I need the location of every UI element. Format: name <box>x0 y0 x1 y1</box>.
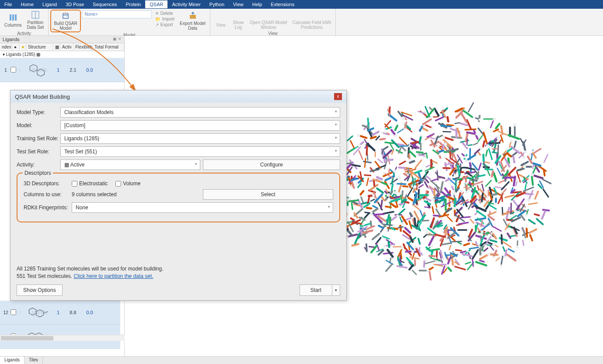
svg-line-316 <box>432 207 434 213</box>
svg-point-779 <box>504 256 506 259</box>
open-qsar-window-button[interactable]: Open QSAR Model Window <box>247 10 290 31</box>
start-dropdown[interactable]: ▾ <box>332 284 340 296</box>
menu-extensions[interactable]: Extensions <box>266 0 299 8</box>
col-flexibility[interactable]: Flexibility <box>73 43 93 51</box>
test-set-select[interactable]: Test Set (551) <box>60 146 340 157</box>
tab-tiles[interactable]: Tiles <box>24 357 43 364</box>
svg-point-51 <box>500 264 502 267</box>
menu-file[interactable]: File <box>0 0 17 8</box>
svg-point-44 <box>389 104 391 107</box>
show-log-button[interactable]: Show Log <box>230 10 247 31</box>
svg-point-8 <box>65 12 66 13</box>
svg-line-140 <box>503 246 505 251</box>
row-checkbox[interactable] <box>10 67 16 73</box>
menu-python[interactable]: Python <box>205 0 229 8</box>
svg-point-996 <box>392 126 394 128</box>
menu-home[interactable]: Home <box>17 0 38 8</box>
svg-line-946 <box>490 240 496 242</box>
svg-marker-12 <box>37 69 45 76</box>
model-select[interactable]: [Custom] <box>60 120 340 131</box>
ligand-row[interactable]: 1 ☆ Ligands 1 2.1 0.0 <box>0 58 124 82</box>
svg-line-1118 <box>497 167 502 176</box>
svg-point-849 <box>441 258 444 261</box>
svg-line-1042 <box>387 159 393 160</box>
svg-point-650 <box>362 223 365 225</box>
training-set-select[interactable]: Ligands (1285) <box>60 133 340 144</box>
row-checkbox[interactable] <box>10 309 16 315</box>
build-qsar-model-button[interactable]: Build QSAR Model <box>50 10 80 32</box>
svg-point-198 <box>394 191 397 194</box>
menu-qsar[interactable]: QSAR <box>145 0 167 8</box>
panel-controls[interactable]: ▣ ✕ <box>113 37 122 42</box>
svg-line-1059 <box>399 204 404 205</box>
activity-select[interactable]: ▦ Active <box>60 159 200 170</box>
col-index[interactable]: ndex <box>0 43 12 51</box>
svg-point-885 <box>443 136 445 139</box>
ribbon-group-activity: Columns Partition Data Set Activity <box>0 9 49 35</box>
menu-activity-miner[interactable]: Activity Miner <box>167 0 205 8</box>
show-options-button[interactable]: Show Options <box>17 284 63 296</box>
volume-checkbox[interactable]: Volume <box>115 180 140 187</box>
svg-point-463 <box>461 244 463 246</box>
svg-point-289 <box>436 169 438 171</box>
col-total-formal[interactable]: Total Formal <box>93 43 124 51</box>
start-button[interactable]: Start <box>300 284 332 296</box>
col-activ[interactable]: Activ <box>60 43 73 51</box>
menu-protein[interactable]: Protein <box>121 0 145 8</box>
menu-help[interactable]: Help <box>248 0 267 8</box>
svg-point-539 <box>465 159 468 162</box>
svg-line-184 <box>408 198 414 201</box>
delete-button[interactable]: ✕Delete <box>153 10 177 16</box>
svg-line-517 <box>498 145 498 156</box>
svg-point-972 <box>445 238 447 240</box>
svg-point-343 <box>489 209 491 211</box>
partition-button[interactable]: Partition Data Set <box>24 10 46 31</box>
configure-button[interactable]: Configure <box>203 159 340 170</box>
ligand-row[interactable]: 12 ☆ Ligands 1 8.8 0.0 <box>0 301 120 325</box>
model-dropdown[interactable]: None> <box>82 10 152 18</box>
ligands-tree-node[interactable]: ▾ Ligands (1285) ▦ <box>0 51 124 58</box>
col-star[interactable]: ★ <box>19 43 26 51</box>
view-button[interactable]: View <box>212 10 230 31</box>
menu-ligand[interactable]: Ligand <box>38 0 61 8</box>
electrostatic-checkbox[interactable]: Electrostatic <box>72 180 108 187</box>
svg-line-868 <box>464 243 469 245</box>
svg-rect-0 <box>10 14 11 21</box>
svg-line-1070 <box>402 147 405 150</box>
svg-line-780 <box>409 151 415 156</box>
svg-line-1091 <box>397 184 406 184</box>
svg-line-1038 <box>386 207 391 208</box>
close-button[interactable]: x <box>334 93 342 100</box>
svg-line-981 <box>366 244 367 251</box>
calc-knn-button[interactable]: Calculate Field kNN Predictions <box>290 10 334 31</box>
export-model-data-button[interactable]: Export Model Data <box>177 10 208 32</box>
menu-3dpose[interactable]: 3D Pose <box>61 0 88 8</box>
model-type-select[interactable]: Classification Models <box>60 107 340 118</box>
partition-link[interactable]: Click here to partition the data set. <box>74 273 153 279</box>
col-structure[interactable]: Structure <box>26 43 53 51</box>
columns-button[interactable]: Columns <box>2 10 24 31</box>
select-columns-button[interactable]: Select <box>203 189 333 200</box>
svg-point-1089 <box>437 145 440 147</box>
col-grid[interactable]: ▦ <box>53 43 60 51</box>
horizontal-scrollbar[interactable] <box>0 335 125 341</box>
menu-sequences[interactable]: Sequences <box>88 0 121 8</box>
svg-line-837 <box>365 213 369 218</box>
svg-point-944 <box>457 180 460 183</box>
svg-point-458 <box>516 246 519 248</box>
export-button[interactable]: ↗Export <box>153 22 177 28</box>
svg-line-626 <box>390 143 394 149</box>
tab-ligands[interactable]: Ligands <box>0 357 24 364</box>
svg-line-957 <box>544 169 544 175</box>
col-dot[interactable]: ● <box>12 43 19 51</box>
svg-line-1036 <box>526 229 527 237</box>
rdkit-select[interactable]: None <box>72 202 333 213</box>
star-icon[interactable]: ☆ <box>17 309 24 315</box>
svg-line-956 <box>471 219 474 223</box>
import-button[interactable]: 📁Import <box>153 16 177 22</box>
svg-line-653 <box>485 169 492 170</box>
svg-point-1029 <box>526 191 528 193</box>
menu-view[interactable]: View <box>229 0 248 8</box>
dialog-titlebar[interactable]: QSAR Model Building x <box>10 90 346 103</box>
star-icon[interactable]: ☆ <box>17 67 24 73</box>
